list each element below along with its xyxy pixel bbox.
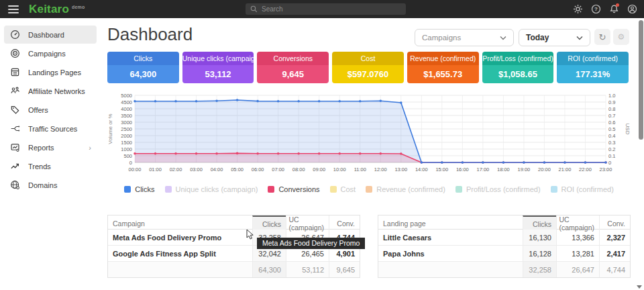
traffic-chart: 0500100015002000250030003500400045005000… bbox=[104, 90, 635, 179]
landings-icon bbox=[10, 67, 20, 77]
svg-text:0.9: 0.9 bbox=[608, 99, 615, 105]
table-header-row: CampaignClicksUC (campaign)Conv. bbox=[108, 215, 360, 230]
dashboard-settings-button[interactable]: ⚙ bbox=[613, 29, 629, 45]
table-cell: 13,366 bbox=[556, 230, 599, 245]
sidebar-item-label: Affiliate Networks bbox=[28, 87, 85, 95]
date-range-select[interactable]: Today bbox=[519, 29, 590, 46]
bell-icon[interactable] bbox=[608, 4, 619, 15]
sidebar-item-reports[interactable]: Reports› bbox=[4, 138, 97, 156]
svg-text:15:00: 15:00 bbox=[435, 166, 448, 173]
chevron-right-icon: › bbox=[89, 144, 91, 152]
search-bar[interactable] bbox=[246, 3, 406, 15]
sidebar-item-dashboard[interactable]: Dashboard bbox=[4, 26, 97, 44]
table-cell[interactable]: Papa Johns bbox=[378, 246, 523, 261]
legend-swatch bbox=[330, 186, 337, 193]
app-logo[interactable]: Keitarodemo bbox=[29, 3, 85, 16]
legend-item-conversions[interactable]: Conversions bbox=[268, 185, 319, 193]
svg-text:1500: 1500 bbox=[121, 140, 132, 146]
sidebar-item-landings-pages[interactable]: Landings Pages bbox=[4, 63, 97, 81]
svg-text:2500: 2500 bbox=[121, 126, 132, 132]
legend-label: Unique clicks (campaign) bbox=[176, 185, 258, 193]
legend-swatch bbox=[366, 186, 372, 193]
metric-card-unique-clicks-campaign: Unique clicks (campaign)53,112 bbox=[182, 52, 254, 83]
legend-item-profit-loss-confirmed[interactable]: Profit/Loss (confirmed) bbox=[455, 185, 541, 193]
sidebar-item-domains[interactable]: Domains bbox=[4, 176, 97, 194]
scroll-down-arrow[interactable] bbox=[637, 285, 642, 289]
svg-text:0.8: 0.8 bbox=[608, 106, 615, 112]
svg-text:17:00: 17:00 bbox=[476, 166, 489, 173]
trends-icon bbox=[10, 161, 20, 171]
table-header-row: Landing pageClicksUC (campaign)Conv. bbox=[378, 215, 630, 230]
table-cell[interactable]: Google Ads Fitness App Split bbox=[108, 246, 252, 261]
search-icon bbox=[250, 5, 258, 13]
table-totals-row: 64,30053,1129,645 bbox=[108, 262, 360, 277]
scrollbar-thumb[interactable] bbox=[639, 20, 643, 140]
topbar: Keitarodemo ? bbox=[0, 0, 644, 18]
sidebar-item-label: Trends bbox=[28, 162, 51, 171]
svg-text:Volume or %: Volume or % bbox=[107, 113, 113, 144]
svg-text:20:00: 20:00 bbox=[538, 166, 551, 173]
legend-label: Cost bbox=[341, 185, 356, 193]
table-row[interactable]: Papa Johns16,12813,2812,417 bbox=[378, 246, 630, 262]
legend-item-clicks[interactable]: Clicks bbox=[124, 185, 154, 193]
sidebar: DashboardCampaignsLandings PagesAffiliat… bbox=[0, 18, 101, 290]
table-cell: 13,281 bbox=[556, 246, 599, 261]
metric-card-value: $1,655.73 bbox=[407, 65, 479, 83]
sidebar-item-trends[interactable]: Trends bbox=[4, 157, 97, 175]
campaigns-icon bbox=[10, 48, 20, 58]
svg-text:3000: 3000 bbox=[121, 119, 132, 126]
svg-text:11:00: 11:00 bbox=[354, 166, 366, 173]
sidebar-item-label: Landings Pages bbox=[28, 68, 81, 77]
metric-card-cost: Cost$597.0760 bbox=[332, 52, 404, 83]
svg-text:0: 0 bbox=[608, 160, 611, 166]
legend-item-cost[interactable]: Cost bbox=[330, 185, 356, 193]
sidebar-item-label: Traffic Sources bbox=[28, 125, 77, 133]
table-cell bbox=[378, 262, 523, 277]
sidebar-item-affiliate-networks[interactable]: Affiliate Networks bbox=[4, 82, 97, 100]
svg-text:2000: 2000 bbox=[121, 133, 132, 139]
campaigns-filter-select[interactable]: Campaigns bbox=[415, 29, 514, 46]
table-row[interactable]: Little Caesars16,13013,3662,327 bbox=[378, 230, 630, 246]
metric-card-value: $597.0760 bbox=[332, 65, 404, 83]
metric-card-label: Unique clicks (campaign) bbox=[182, 52, 254, 65]
sidebar-item-offers[interactable]: Offers bbox=[4, 101, 97, 119]
table-cell[interactable]: Meta Ads Food Delivery Promo bbox=[108, 230, 252, 245]
svg-text:08:00: 08:00 bbox=[292, 166, 305, 173]
affiliate-icon bbox=[10, 86, 20, 96]
svg-text:13:00: 13:00 bbox=[394, 166, 407, 173]
user-icon[interactable] bbox=[627, 4, 637, 15]
legend-item-revenue-confirmed[interactable]: Revenue (confirmed) bbox=[366, 185, 445, 193]
svg-text:22:00: 22:00 bbox=[579, 166, 592, 173]
legend-swatch bbox=[124, 186, 131, 193]
table-cell bbox=[108, 262, 252, 277]
refresh-button[interactable]: ↻ bbox=[594, 29, 610, 45]
svg-text:1.0: 1.0 bbox=[608, 93, 615, 99]
svg-text:05:00: 05:00 bbox=[231, 166, 244, 173]
table-cell: 26,647 bbox=[556, 262, 599, 277]
chevron-down-icon bbox=[500, 36, 506, 40]
svg-text:0.3: 0.3 bbox=[608, 140, 615, 146]
help-icon[interactable]: ? bbox=[590, 4, 601, 15]
legend-item-roi-confirmed[interactable]: ROI (confirmed) bbox=[551, 185, 614, 193]
legend-item-unique-clicks-campaign[interactable]: Unique clicks (campaign) bbox=[165, 185, 258, 193]
landing-pages-table: Landing pageClicksUC (campaign)Conv.Litt… bbox=[378, 215, 631, 278]
sidebar-item-traffic-sources[interactable]: Traffic Sources bbox=[4, 119, 97, 138]
svg-text:USD: USD bbox=[625, 124, 631, 135]
page-title: Dashboard bbox=[107, 24, 193, 45]
metric-card-value: $1,058.65 bbox=[482, 65, 554, 83]
svg-text:12:00: 12:00 bbox=[374, 166, 387, 173]
svg-text:07:00: 07:00 bbox=[272, 166, 284, 173]
legend-label: Clicks bbox=[135, 185, 154, 193]
svg-text:4000: 4000 bbox=[121, 106, 132, 112]
gear-icon[interactable] bbox=[572, 4, 583, 15]
menu-icon[interactable] bbox=[8, 5, 19, 13]
table-totals-row: 32,25826,6474,744 bbox=[378, 262, 630, 277]
table-cell: 53,112 bbox=[286, 262, 329, 277]
sidebar-item-label: Reports bbox=[28, 144, 54, 152]
metric-card-label: Revenue (confirmed) bbox=[407, 52, 479, 65]
metric-card-value: 64,300 bbox=[107, 65, 179, 83]
svg-text:00:00: 00:00 bbox=[129, 166, 142, 173]
table-cell[interactable]: Little Caesars bbox=[378, 230, 523, 245]
search-input[interactable] bbox=[262, 5, 401, 13]
sidebar-item-campaigns[interactable]: Campaigns bbox=[4, 44, 97, 62]
